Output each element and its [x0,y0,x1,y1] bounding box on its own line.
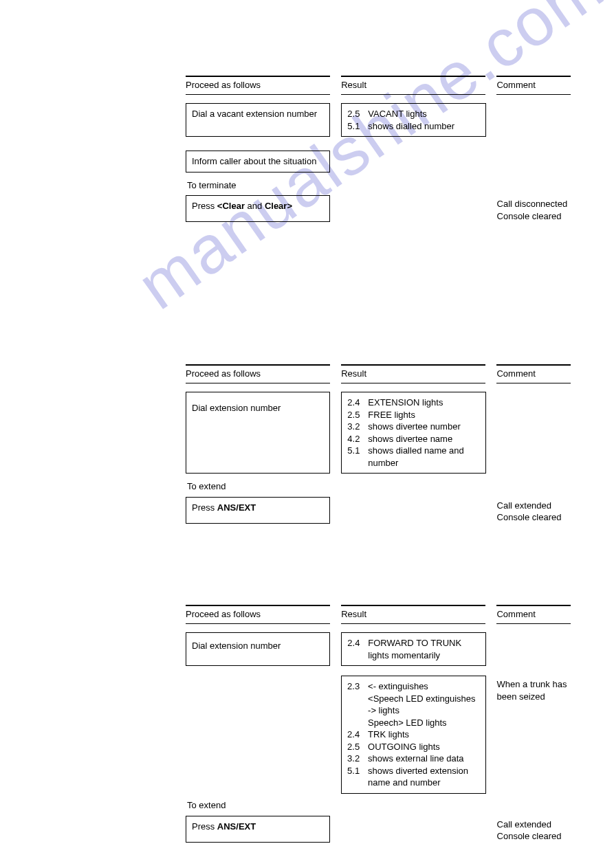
comment-line: Call extended [497,819,571,831]
header-result: Result [341,364,485,383]
press-mid: and [245,201,265,211]
comment-cell: Call disconnected Console cleared [497,195,571,222]
result-cell [341,195,485,222]
table-header-row: Proceed as follows Result Comment [186,364,571,383]
comment-line: Call extended [497,500,571,512]
result-text: shows divertee number [368,421,479,433]
result-num: 2.4 [347,728,368,741]
comment-line: Console cleared [497,511,571,524]
press-prefix: Press [192,821,217,832]
result-text: EXTENSION lights [368,397,479,409]
section-2: Proceed as follows Result Comment Dial e… [186,364,571,524]
proceed-cell: Dial a vacant extension number [186,103,330,137]
page: manualshine.com Proceed as follows Resul… [0,0,614,868]
proceed-cell: Press <Clear and Clear> [186,195,330,222]
table-row: 2.3<- extinguishes <Speech LED extinguis… [186,676,571,794]
table-row: Dial a vacant extension number 2.5VACANT… [186,103,571,137]
result-text: VACANT lights [368,108,479,120]
press-bold: Clear> [265,201,292,211]
result-num: 5.1 [347,445,368,469]
comment-cell [497,151,571,173]
result-text: shows dialled name and number [368,445,479,469]
result-text: <- extinguishes [368,680,479,693]
table-row: Dial extension number 2.4EXTENSION light… [186,392,571,474]
result-num [347,717,368,729]
result-cell: 2.3<- extinguishes <Speech LED extinguis… [341,676,485,794]
header-result: Result [341,76,485,95]
note-extend: To extend [186,799,333,812]
comment-cell: Call extended Console cleared [497,816,571,843]
section-3: Proceed as follows Result Comment Dial e… [186,605,571,843]
header-proceed: Proceed as follows [186,605,330,624]
result-text: -> lights [368,704,479,717]
comment-line: Console cleared [497,830,571,843]
press-prefix: Press [192,502,217,513]
table-row: Press ANS/EXT Call extended Console clea… [186,816,571,843]
press-bold: <Clear [217,201,245,211]
result-num: 2.5 [347,741,368,753]
result-text: shows external line data [368,753,479,765]
comment-cell [497,103,571,137]
proceed-cell: Dial extension number [186,392,330,474]
comment-line: been seized [497,691,571,703]
result-num [347,693,368,705]
header-proceed: Proceed as follows [186,76,330,95]
header-result: Result [341,605,485,624]
comment-cell [497,392,571,474]
table-header-row: Proceed as follows Result Comment [186,76,571,95]
comment-cell [497,632,571,666]
comment-line: Console cleared [497,210,571,223]
result-text: Speech> LED lights [368,717,479,729]
comment-line: When a trunk has [497,678,571,691]
note-row: To extend [186,799,571,812]
result-text: FORWARD TO TRUNK lights momentarily [368,637,479,661]
result-text: shows diverted extension name and number [368,765,479,789]
result-text: OUTGOING lights [368,741,479,753]
comment-cell: Call extended Console cleared [497,497,571,524]
result-text: shows dialled number [368,120,479,133]
note-extend: To extend [186,480,333,493]
result-num: 2.5 [347,108,368,120]
note-row: To extend [186,480,571,493]
comment-line: Call disconnected [497,198,571,210]
press-bold: ANS/EXT [217,502,256,513]
note-row: To terminate [186,179,571,192]
result-text: FREE lights [368,409,479,421]
table-row: Press <Clear and Clear> Call disconnecte… [186,195,571,222]
result-num: 2.4 [347,397,368,409]
result-num: 3.2 [347,753,368,765]
result-num: 2.3 [347,680,368,693]
header-comment: Comment [496,364,571,383]
result-num: 3.2 [347,421,368,433]
result-num: 5.1 [347,120,368,133]
result-cell [341,816,485,843]
result-cell: 2.4EXTENSION lights 2.5FREE lights 3.2sh… [341,392,485,474]
section-1: Proceed as follows Result Comment Dial a… [186,76,571,222]
result-cell [341,151,485,173]
table-row: Press ANS/EXT Call extended Console clea… [186,497,571,524]
comment-cell: When a trunk has been seized [497,676,571,794]
result-num: 5.1 [347,765,368,789]
proceed-cell: Press ANS/EXT [186,497,330,524]
result-text: <Speech LED extinguishes [368,693,479,705]
proceed-cell: Dial extension number [186,632,330,666]
result-num: 2.4 [347,637,368,661]
result-cell: 2.5VACANT lights 5.1shows dialled number [341,103,485,137]
result-cell: 2.4FORWARD TO TRUNK lights momentarily [341,632,485,666]
table-row: Dial extension number 2.4FORWARD TO TRUN… [186,632,571,666]
proceed-cell [186,676,330,794]
result-cell [341,497,485,524]
result-num: 2.5 [347,409,368,421]
press-bold: ANS/EXT [217,821,256,832]
header-comment: Comment [496,76,571,95]
press-prefix: Press [192,201,217,211]
table-row: Inform caller about the situation [186,151,571,173]
note-terminate: To terminate [186,179,333,192]
header-proceed: Proceed as follows [186,364,330,383]
result-num: 4.2 [347,433,368,445]
proceed-cell: Inform caller about the situation [186,151,330,173]
table-header-row: Proceed as follows Result Comment [186,605,571,624]
result-text: shows divertee name [368,433,479,445]
result-num [347,704,368,717]
proceed-cell: Press ANS/EXT [186,816,330,843]
